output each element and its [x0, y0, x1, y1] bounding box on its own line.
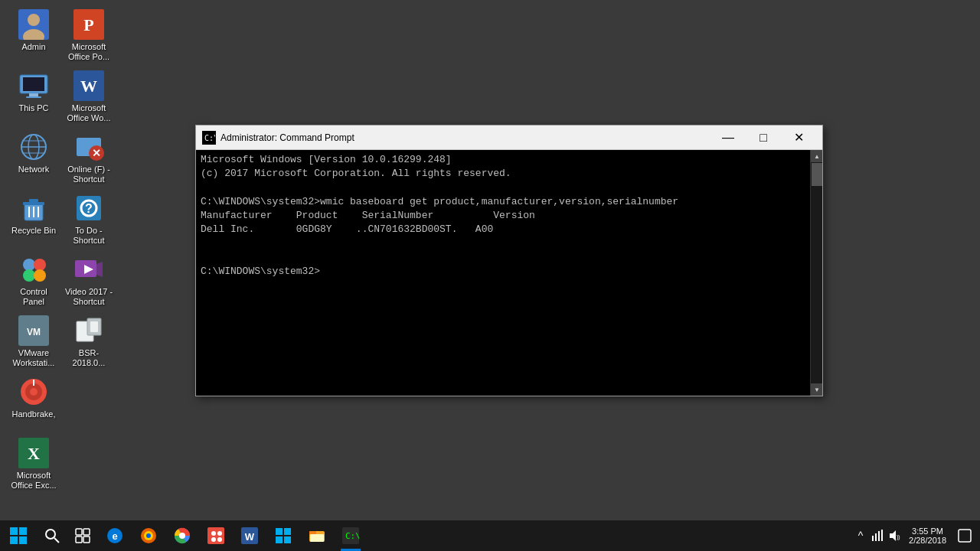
svg-rect-6	[23, 77, 44, 91]
desktop-icon-vmware[interactable]: VM VMware Workstati...	[6, 312, 61, 371]
svg-point-68	[217, 531, 222, 536]
taskbar-word-icon[interactable]: W	[233, 520, 266, 551]
scrollbar-thumb[interactable]	[812, 163, 822, 186]
svg-rect-8	[26, 96, 41, 98]
svg-rect-79	[310, 534, 324, 542]
tray-volume-icon[interactable]: ) )	[886, 520, 903, 551]
cmd-content[interactable]: Microsoft Windows [Version 10.0.16299.24…	[196, 150, 810, 396]
thispc-label: This PC	[18, 103, 48, 113]
msoffice-wo-icon: W	[74, 70, 104, 101]
notification-center-button[interactable]	[952, 520, 977, 551]
thispc-icon	[18, 70, 49, 101]
svg-rect-50	[19, 527, 27, 535]
svg-point-67	[211, 531, 216, 536]
vmware-icon: VM	[18, 315, 49, 346]
taskbar-edge-icon[interactable]: e	[98, 520, 132, 551]
cmd-scrollbar[interactable]: ▲ ▼	[810, 150, 822, 396]
desktop-icon-todo[interactable]: ? To Do - Shortcut	[61, 190, 116, 249]
cmd-titlebar[interactable]: C:\ Administrator: Command Prompt — □ ✕	[196, 126, 822, 150]
taskbar-right: ^ ) ) 3:55 PM 2/28/2018	[852, 520, 980, 551]
svg-text:X: X	[28, 444, 40, 463]
todo-icon: ?	[74, 193, 104, 223]
taskbar-explorer-icon[interactable]	[300, 520, 334, 551]
taskbar-chrome-icon[interactable]	[165, 520, 199, 551]
clock[interactable]: 3:55 PM 2/28/2018	[903, 520, 952, 551]
clock-date: 2/28/2018	[909, 536, 946, 545]
svg-rect-89	[959, 530, 971, 542]
svg-text:C:\: C:\	[204, 134, 215, 142]
svg-rect-49	[10, 527, 18, 535]
excel-label: Microsoft Office Exc...	[9, 471, 58, 491]
svg-text:): )	[898, 533, 900, 540]
start-button[interactable]	[0, 520, 37, 551]
desktop-icon-online-f[interactable]: ✕ Online (F) - Shortcut	[61, 129, 116, 187]
msoffice-po-label: Microsoft Office Po...	[64, 42, 113, 62]
svg-text:✕: ✕	[92, 147, 101, 159]
svg-point-30	[23, 269, 35, 282]
svg-point-31	[34, 269, 46, 282]
task-view-button[interactable]	[67, 520, 98, 551]
desktop-icon-msoffice-wo[interactable]: W Microsoft Office Wo...	[61, 67, 116, 126]
svg-rect-66	[207, 527, 224, 544]
svg-rect-82	[872, 536, 874, 541]
taskbar-cmd-icon[interactable]: C:\	[334, 520, 368, 551]
video-label: Video 2017 - Shortcut	[64, 287, 113, 307]
desktop-icon-recycle-bin[interactable]: Recycle Bin	[6, 190, 61, 239]
desktop-icon-handbrake[interactable]: Handbrake,	[6, 373, 61, 422]
svg-rect-56	[83, 529, 90, 535]
svg-rect-84	[878, 531, 880, 541]
clock-time: 3:55 PM	[912, 527, 943, 536]
svg-rect-7	[29, 93, 38, 96]
svg-rect-40	[90, 321, 98, 332]
cmd-icon: C:\	[202, 131, 216, 145]
desktop-icon-network[interactable]: Network	[6, 129, 61, 178]
online-f-icon: ✕	[74, 132, 104, 162]
taskbar-firefox-icon[interactable]	[132, 520, 165, 551]
desktop-icon-excel[interactable]: X Microsoft Office Exc...	[6, 435, 61, 494]
cmd-window[interactable]: C:\ Administrator: Command Prompt — □ ✕ …	[195, 125, 823, 396]
control-panel-label: Control Panel	[9, 287, 58, 307]
svg-rect-51	[10, 536, 18, 544]
svg-point-69	[211, 537, 216, 542]
svg-text:VM: VM	[27, 327, 41, 337]
cmd-title-text: Administrator: Command Prompt	[220, 132, 710, 143]
svg-point-70	[217, 537, 222, 542]
scrollbar-up-btn[interactable]: ▲	[811, 150, 822, 162]
taskbar-paint-icon[interactable]	[199, 520, 233, 551]
svg-line-54	[54, 538, 59, 543]
svg-rect-20	[23, 202, 44, 205]
desktop-icon-thispc[interactable]: This PC	[6, 67, 61, 116]
msoffice-po-icon: P	[74, 9, 104, 40]
desktop-icon-video[interactable]: Video 2017 - Shortcut	[61, 251, 116, 310]
svg-rect-58	[83, 536, 90, 543]
cmd-maximize-button[interactable]: □	[746, 126, 781, 150]
search-button[interactable]	[37, 520, 67, 551]
cmd-controls: — □ ✕	[710, 126, 816, 150]
svg-rect-85	[881, 530, 883, 541]
taskbar-tiles-icon[interactable]	[266, 520, 300, 551]
tray-show-hidden-icons[interactable]: ^	[852, 520, 869, 551]
taskbar: e W	[0, 520, 980, 551]
desktop-icon-bsr[interactable]: BSR-2018.0...	[61, 312, 116, 371]
svg-rect-44	[33, 380, 34, 386]
tray-network-icon[interactable]	[869, 520, 886, 551]
msoffice-wo-label: Microsoft Office Wo...	[64, 103, 113, 123]
svg-rect-75	[276, 536, 283, 543]
svg-text:P: P	[83, 15, 93, 34]
scrollbar-down-btn[interactable]: ▼	[811, 383, 822, 396]
bsr-icon	[74, 315, 104, 346]
svg-point-63	[146, 533, 151, 538]
cmd-minimize-button[interactable]: —	[710, 126, 746, 150]
desktop-icon-admin[interactable]: Admin	[6, 6, 61, 55]
desktop-icon-control-panel[interactable]: Control Panel	[6, 251, 61, 310]
cmd-body[interactable]: Microsoft Windows [Version 10.0.16299.24…	[196, 150, 822, 396]
svg-point-28	[23, 259, 35, 271]
todo-label: To Do - Shortcut	[64, 226, 113, 246]
svg-text:C:\: C:\	[345, 531, 359, 541]
svg-point-65	[179, 533, 185, 539]
desktop-icon-msoffice-po[interactable]: P Microsoft Office Po...	[61, 6, 116, 65]
svg-marker-86	[890, 530, 896, 541]
svg-rect-57	[76, 536, 82, 543]
cmd-close-button[interactable]: ✕	[781, 126, 816, 150]
svg-point-29	[34, 259, 46, 271]
